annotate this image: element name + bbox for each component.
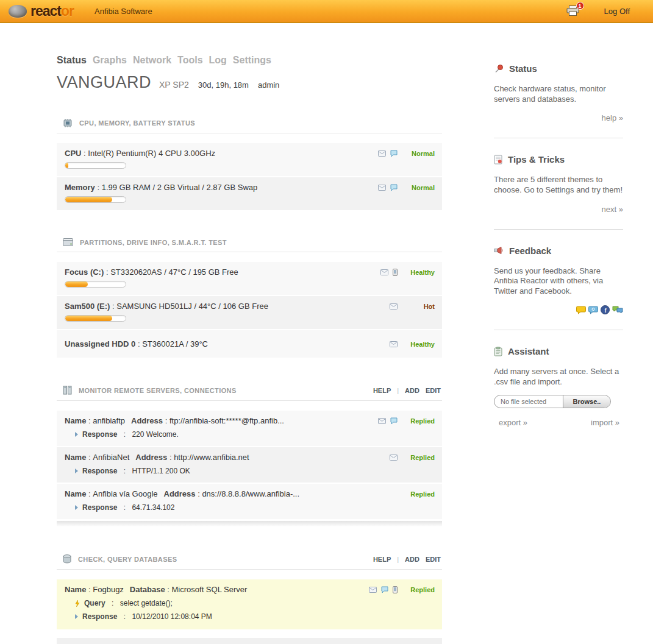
widget-assistant: Assistant Add many servers at once. Sele… [494, 330, 623, 442]
host-name: VANGUARD [57, 73, 151, 92]
status-badge: Normal [402, 150, 435, 157]
server-row-anfibiaftp: Name : anfibiaftp Address : ftp://anfibi… [57, 411, 442, 446]
metric-value: Intel(R) Pentium(R) 4 CPU 3.00GHz [88, 149, 215, 158]
mobile-alert-icon[interactable] [393, 269, 398, 276]
facebook-icon[interactable]: f [601, 305, 610, 314]
name-label: Name [65, 585, 86, 594]
drive-label: Unassigned HDD 0 [65, 339, 135, 349]
response-label: Response [82, 430, 117, 439]
section-shadow [57, 521, 442, 526]
name-label: Name [65, 489, 86, 498]
csv-file-input[interactable]: No file selected Browse.. [494, 395, 611, 408]
add-link[interactable]: ADD [405, 387, 419, 394]
mail-alert-icon[interactable] [380, 269, 388, 275]
company-name: Anfibia Software [95, 7, 152, 16]
database-response: 10/12/2010 12:08:04 PM [132, 612, 212, 621]
server-address: http://www.anfibia.net [174, 453, 249, 462]
comment-alert-icon[interactable] [390, 417, 398, 424]
status-badge: Replied [402, 586, 435, 593]
log-off-link[interactable]: Log Off [604, 7, 630, 16]
help-link[interactable]: HELP [373, 556, 391, 563]
hard-drive-icon [63, 238, 73, 246]
mail-alert-icon[interactable] [378, 185, 386, 191]
browse-button[interactable]: Browse.. [563, 395, 610, 408]
drive-usage-bar [65, 281, 126, 288]
drive-value: ST3320620AS / 47°C / 195 GB Free [110, 267, 238, 277]
next-row-partial [57, 638, 442, 644]
sidebar: Status Check hardware status, monitor se… [494, 55, 623, 644]
widget-text: There are 5 different themes to choose. … [494, 175, 623, 195]
host-title-row: VANGUARD XP SP2 30d, 19h, 18m admin [57, 73, 442, 92]
next-tip-link[interactable]: next » [494, 205, 623, 214]
status-badge: Replied [402, 417, 435, 425]
printer-icon[interactable]: 1 [566, 5, 580, 16]
drive-row-sam500: Sam500 (E:) : SAMSUNG HD501LJ / 44°C / 1… [57, 296, 442, 329]
widget-title: Feedback [509, 246, 551, 256]
server-response: HTTP/1.1 200 OK [132, 467, 190, 475]
comment-alert-icon[interactable] [381, 586, 388, 593]
status-badge: Healthy [402, 341, 435, 348]
logo-text: reactor [30, 3, 74, 19]
drive-usage-bar-fill [65, 316, 112, 321]
widget-title: Tips & Tricks [508, 154, 565, 165]
clipboard-icon [494, 347, 502, 356]
export-link[interactable]: export » [499, 418, 527, 427]
nav-tab-tools[interactable]: Tools [177, 55, 202, 66]
host-os: XP SP2 [159, 80, 189, 90]
comment-alert-icon[interactable] [390, 184, 398, 191]
help-link[interactable]: HELP [373, 387, 391, 394]
notification-badge: 1 [576, 2, 584, 10]
help-more-link[interactable]: help » [494, 113, 623, 122]
server-address: dns://8.8.8.8/www.anfibia-... [202, 489, 299, 498]
share-chat-icon[interactable] [612, 306, 623, 314]
response-label: Response [82, 503, 117, 512]
widget-title: Assistant [508, 346, 549, 356]
megaphone-icon [494, 246, 504, 255]
mail-alert-icon[interactable] [390, 303, 398, 310]
drive-usage-bar-fill [65, 281, 88, 287]
comment-alert-icon[interactable] [390, 150, 398, 157]
nav-tab-graphs[interactable]: Graphs [93, 55, 127, 66]
edit-link[interactable]: EDIT [426, 387, 441, 394]
database-name: Fogbugz [93, 585, 124, 594]
database-type: Microsoft SQL Server [172, 585, 248, 594]
metric-row-memory: Memory : 1.99 GB RAM / 2 GB Virtual / 2.… [57, 177, 442, 210]
memory-usage-bar-fill [65, 197, 112, 202]
file-selected-label: No file selected [494, 395, 563, 408]
host-uptime: 30d, 19h, 18m [198, 80, 249, 90]
nav-tab-log[interactable]: Log [209, 55, 227, 66]
drive-label: Focus (C:) [65, 267, 104, 277]
nav-tab-status[interactable]: Status [57, 55, 87, 66]
mobile-alert-icon[interactable] [393, 586, 398, 593]
mail-alert-icon[interactable] [378, 150, 386, 157]
mail-alert-icon[interactable] [390, 341, 398, 347]
response-label: Response [82, 467, 117, 475]
import-link[interactable]: import » [591, 418, 619, 427]
widget-tips: Tips & Tricks There are 5 different them… [494, 138, 623, 228]
server-address: ftp://anfibia-soft:*****@ftp.anfib... [169, 416, 284, 425]
edit-link[interactable]: EDIT [426, 556, 441, 563]
mail-alert-icon[interactable] [378, 418, 386, 424]
twitter-bubble-icon[interactable] [588, 306, 598, 314]
mail-alert-icon[interactable] [369, 587, 377, 593]
section-header-databases: CHECK, QUERY DATABASES HELP | ADD EDIT [57, 554, 442, 570]
top-bar: reactor Anfibia Software 1 Log Off [0, 0, 653, 23]
drive-row-unassigned: Unassigned HDD 0 : ST360021A / 39°C Heal… [57, 330, 442, 358]
query-label: Query [84, 599, 105, 607]
database-icon [63, 554, 71, 564]
cpu-usage-bar-fill [65, 163, 68, 168]
mail-alert-icon[interactable] [390, 455, 398, 461]
drive-usage-bar [65, 315, 126, 322]
reactor-logo[interactable]: reactor [9, 3, 74, 19]
comment-yellow-icon[interactable] [576, 306, 586, 314]
social-icons-row: f [494, 305, 623, 314]
address-label: Address [164, 489, 196, 498]
add-link[interactable]: ADD [405, 556, 419, 563]
address-label: Address [131, 416, 163, 425]
cpu-chip-icon [63, 119, 73, 127]
nav-tab-network[interactable]: Network [133, 55, 171, 66]
drive-row-focus: Focus (C:) : ST3320620AS / 47°C / 195 GB… [57, 262, 442, 295]
widget-status: Status Check hardware status, monitor se… [494, 55, 623, 138]
metric-label: CPU [65, 149, 81, 158]
nav-tab-settings[interactable]: Settings [233, 55, 271, 66]
